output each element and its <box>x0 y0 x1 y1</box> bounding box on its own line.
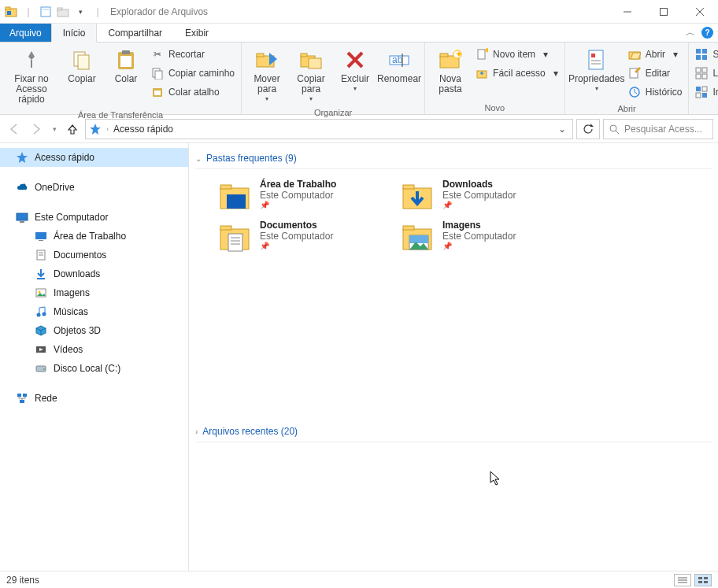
section-recent-label: Arquivos recentes (20) <box>202 426 298 437</box>
delete-button[interactable]: Excluir▾ <box>333 44 377 96</box>
tab-home[interactable]: Início <box>51 24 98 43</box>
downloads-icon <box>35 268 47 280</box>
search-box[interactable]: Pesquisar Acess... <box>603 119 713 139</box>
newitem-icon: ✦ <box>476 48 488 61</box>
pin-label: Fixar no Acesso rápido <box>5 74 58 105</box>
breadcrumb-location[interactable]: Acesso rápido <box>113 124 173 135</box>
rename-button[interactable]: ab Renomear <box>377 44 421 87</box>
sidebar-item-quickaccess[interactable]: Acesso rápido <box>0 148 188 167</box>
rename-icon: ab <box>387 47 412 72</box>
paste-button[interactable]: Colar <box>104 44 148 87</box>
easyaccess-label: Fácil acesso <box>493 68 546 79</box>
selectnone-button[interactable]: Limpar seleção <box>695 65 718 82</box>
sidebar-item-videos[interactable]: Vídeos <box>0 340 188 359</box>
sidebar-item-downloads[interactable]: Downloads <box>0 264 188 283</box>
copy-button[interactable]: Copiar <box>60 44 104 87</box>
tab-view-label: Exibir <box>185 28 209 39</box>
group-open: Propriedades▾ Abrir▾ Editar Histórico Ab… <box>565 43 690 114</box>
easyaccess-button[interactable]: Fácil acesso▾ <box>476 65 558 82</box>
chevron-right-icon: › <box>195 427 198 436</box>
sidebar-item-documents[interactable]: Documentos <box>0 246 188 264</box>
invert-button[interactable]: Inverter seleção <box>695 83 718 101</box>
tab-view[interactable]: Exibir <box>174 24 220 42</box>
cut-label: Recortar <box>168 49 205 60</box>
edit-button[interactable]: Editar <box>628 65 683 82</box>
selectall-button[interactable]: Selecionar tudo <box>695 46 718 63</box>
tab-share[interactable]: Compartilhar <box>97 24 174 42</box>
moveto-button[interactable]: Mover para▾ <box>245 44 289 106</box>
rename-label: Renomear <box>377 74 421 84</box>
svg-rect-32 <box>440 54 448 57</box>
section-recent[interactable]: › Arquivos recentes (20) <box>195 421 712 442</box>
collapse-ribbon-icon[interactable]: ︿ <box>686 26 695 39</box>
edit-label: Editar <box>646 68 670 79</box>
copypath-button[interactable]: Copiar caminho <box>151 65 235 82</box>
history-button[interactable]: Histórico <box>628 83 683 101</box>
recent-locations-button[interactable]: ▾ <box>49 120 60 139</box>
copyto-button[interactable]: Copiar para▾ <box>289 44 333 106</box>
svg-rect-48 <box>702 55 707 60</box>
status-bar: 29 itens <box>0 571 718 588</box>
open-button[interactable]: Abrir▾ <box>628 46 683 63</box>
qat-customize-icon[interactable]: ▾ <box>72 4 88 20</box>
pasteshortcut-button[interactable]: Colar atalho <box>151 83 235 101</box>
sidebar-item-pictures[interactable]: Imagens <box>0 283 188 302</box>
svg-rect-80 <box>227 194 246 209</box>
svg-rect-96 <box>698 577 702 579</box>
qat-divider2: | <box>90 4 105 20</box>
minimize-button[interactable] <box>609 0 646 24</box>
sidebar-onedrive-label: OneDrive <box>35 182 75 193</box>
tab-file[interactable]: Arquivo <box>0 24 51 42</box>
pin-quickaccess-button[interactable]: Fixar no Acesso rápido <box>3 44 60 109</box>
forward-button[interactable] <box>27 120 46 139</box>
cut-button[interactable]: ✂Recortar <box>151 46 235 63</box>
pasteshortcut-label: Colar atalho <box>168 87 220 98</box>
sidebar-item-desktop[interactable]: Área de Trabalho <box>0 227 188 246</box>
svg-rect-15 <box>122 50 130 54</box>
music-icon <box>35 305 47 318</box>
sidebar-item-network[interactable]: Rede <box>0 389 188 408</box>
newitem-button[interactable]: ✦Novo item▾ <box>476 46 558 63</box>
svg-rect-38 <box>589 50 603 69</box>
sidebar-item-music[interactable]: Músicas <box>0 302 188 321</box>
qat-newfolder-icon[interactable] <box>55 4 71 20</box>
svg-rect-2 <box>7 11 11 15</box>
tile-pictures-sub: Este Computador <box>442 231 516 242</box>
svg-rect-59 <box>17 213 28 220</box>
ribbon-tabs: Arquivo Início Compartilhar Exibir ︿ ? <box>0 24 718 43</box>
address-dropdown-icon[interactable]: ⌄ <box>555 124 569 135</box>
svg-rect-56 <box>702 93 707 98</box>
view-large-button[interactable] <box>694 574 712 586</box>
tile-pictures[interactable]: Imagens Este Computador 📌 <box>400 220 573 254</box>
up-button[interactable] <box>63 120 82 139</box>
onedrive-icon <box>16 181 28 194</box>
help-icon[interactable]: ? <box>701 27 713 39</box>
close-button[interactable] <box>682 0 718 24</box>
sidebar-item-3dobjects[interactable]: Objetos 3D <box>0 321 188 340</box>
svg-rect-8 <box>661 8 668 15</box>
qat-properties-icon[interactable] <box>38 4 54 20</box>
tile-downloads[interactable]: Downloads Este Computador 📌 <box>400 179 573 213</box>
tile-downloads-sub: Este Computador <box>442 190 516 201</box>
properties-button[interactable]: Propriedades▾ <box>568 44 625 96</box>
quickaccess-star-icon <box>16 151 28 164</box>
sidebar-item-onedrive[interactable]: OneDrive <box>0 178 188 197</box>
view-details-button[interactable] <box>674 574 691 586</box>
refresh-button[interactable] <box>576 119 600 139</box>
tile-documents[interactable]: Documentos Este Computador 📌 <box>217 220 390 254</box>
svg-line-58 <box>616 131 619 134</box>
newfolder-button[interactable]: ✦ Nova pasta <box>428 44 472 98</box>
sidebar-item-localdisk[interactable]: Disco Local (C:) <box>0 359 188 378</box>
history-label: Histórico <box>646 87 683 98</box>
tab-share-label: Compartilhar <box>108 28 162 39</box>
sidebar-item-thispc[interactable]: Este Computador <box>0 208 188 227</box>
pin-icon: 📌 <box>260 242 333 250</box>
sidebar-music-label: Músicas <box>54 306 88 317</box>
address-bar[interactable]: › Acesso rápido ⌄ <box>85 119 573 139</box>
section-frequent[interactable]: ⌄ Pastas frequentes (9) <box>195 148 712 169</box>
back-button[interactable] <box>5 120 24 139</box>
svg-rect-77 <box>20 400 24 403</box>
maximize-button[interactable] <box>646 0 682 24</box>
app-icon <box>3 4 19 20</box>
tile-desktop[interactable]: Área de Trabalho Este Computador 📌 <box>217 179 390 213</box>
